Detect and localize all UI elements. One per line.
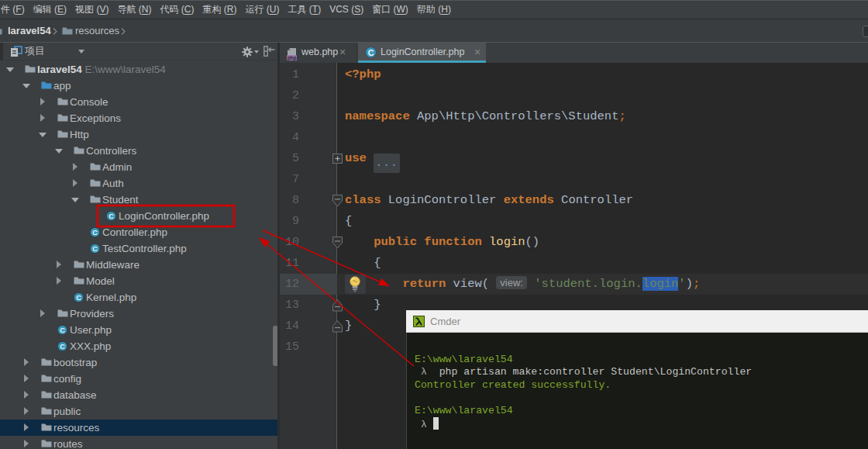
tree-collapsed-arrow-icon[interactable] [40,98,45,105]
cmder-lambda-icon [413,316,425,327]
code-token [367,151,374,165]
menu-item-C[interactable]: 代码 (C) [156,0,198,19]
menu-item-N[interactable]: 导航 (N) [113,0,156,19]
tree-expanded-arrow-icon[interactable] [39,133,46,137]
tree-item-Auth[interactable]: Auth [0,175,277,192]
tree-collapsed-arrow-icon[interactable] [57,261,61,268]
line-number: 9 [280,211,299,232]
hide-panel-icon[interactable] [264,46,275,57]
folder-icon [41,406,52,416]
editor-tab-web.php[interactable]: phpweb.php× [281,43,357,63]
tree-expanded-arrow-icon[interactable] [6,67,14,72]
tree-item-path: E:\www\laravel54 [82,64,166,75]
tree-item-app[interactable]: app [0,78,277,94]
tree-item-LoginController.php[interactable]: CLoginController.php [0,208,277,224]
tree-item-bootstrap[interactable]: bootstrap [0,354,277,371]
code-token: ) [686,277,693,291]
tree-item-label: XXX.php [70,338,111,354]
tree-collapsed-arrow-icon[interactable] [73,179,78,187]
code-token: namespace [345,109,410,123]
menu-item-T[interactable]: 工具 (T) [284,0,326,19]
tree-collapsed-arrow-icon[interactable] [24,391,29,399]
tree-item-Controllers[interactable]: Controllers [0,143,277,159]
tree-item-Controller.php[interactable]: CController.php [0,224,277,240]
tree-collapsed-arrow-icon[interactable] [24,358,29,366]
tree-item-Console[interactable]: Console [0,94,277,110]
tree-collapsed-arrow-icon[interactable] [40,114,45,122]
panel-dropdown-arrow-icon[interactable] [78,50,84,54]
menu-item-V[interactable]: 视图 (V) [71,0,113,19]
tab-close-icon[interactable]: × [339,43,346,61]
code-token [345,235,374,249]
tree-collapsed-arrow-icon[interactable] [40,309,45,317]
editor-tab-LoginController.php[interactable]: CLoginController.php× [358,43,486,63]
tree-item-Student[interactable]: Student [0,192,277,208]
tree-item-XXX.php[interactable]: CXXX.php [0,338,277,354]
folder-icon [57,113,68,123]
cmder-title-bar[interactable]: Cmder [406,310,868,333]
menu-item-U[interactable]: 运行 (U) [241,0,284,19]
tree-item-Providers[interactable]: Providers [0,306,277,322]
code-token: App\Http\Controllers\Student [410,109,619,123]
tree-item-Http[interactable]: Http [0,126,277,143]
breadcrumb-item-laravel54[interactable]: laravel54 [8,19,51,42]
line-number: 10 [280,232,299,253]
menu-item-H[interactable]: 帮助 (H) [412,0,455,19]
menu-item-W[interactable]: 窗口 (W) [368,0,413,19]
code-token: { [345,256,381,270]
terminal-line-3 [415,391,868,404]
tree-item-Exceptions[interactable]: Exceptions [0,110,277,126]
tree-item-laravel54[interactable]: laravel54 E:\www\laravel54 [0,61,277,78]
code-line-9: { [338,211,868,232]
project-tool-window: 项目 laravel54 E:\www\laravel54appConsoleE… [0,43,277,449]
source-folder-icon [41,81,52,90]
tree-item-database[interactable]: database [0,387,277,403]
line-number: 8 [280,190,299,211]
panel-title[interactable]: 项目 [25,43,45,60]
line-number: 12 [280,274,299,295]
gear-icon[interactable] [242,47,253,57]
tree-item-TestController.php[interactable]: CTestController.php [0,240,277,257]
tab-close-icon[interactable]: × [474,43,480,61]
tree-collapsed-arrow-icon[interactable] [24,423,29,431]
svg-text:C: C [108,212,114,220]
tree-item-label: LoginController.php [119,208,209,224]
tree-item-Middleware[interactable]: Middleware [0,257,277,273]
tree-item-resources[interactable]: resources [0,420,277,436]
tree-item-config[interactable]: config [0,371,277,387]
menu-item-R[interactable]: 重构 (R) [198,0,241,19]
tree-item-Model[interactable]: Model [0,273,277,289]
menu-item-F[interactable]: 件 (F) [0,0,29,19]
menu-item-S[interactable]: VCS (S) [326,0,368,19]
toolbar-button-partial[interactable] [863,26,868,37]
tree-item-Kernel.php[interactable]: CKernel.php [0,289,277,306]
tree-expanded-arrow-icon[interactable] [71,198,79,202]
tree-collapsed-arrow-icon[interactable] [73,163,78,171]
code-token: ; [618,109,625,123]
cmder-terminal[interactable]: E:\www\laravel54 λ php artisan make:cont… [406,333,868,449]
code-token: { [345,214,352,228]
code-line-10: public function login() [338,232,868,253]
tree-expanded-arrow-icon[interactable] [22,84,30,88]
svg-text:C: C [60,326,65,334]
tree-collapsed-arrow-icon[interactable] [24,440,29,447]
code-line-7 [338,169,868,190]
menu-item-E[interactable]: 编辑 (E) [29,0,71,19]
terminal-cursor [433,417,439,430]
gear-dropdown-arrow-icon[interactable] [254,50,259,54]
folder-icon [57,97,68,106]
tree-collapsed-arrow-icon[interactable] [24,407,29,415]
tree-collapsed-arrow-icon[interactable] [24,375,29,382]
code-token: public function [374,235,489,249]
tree-expanded-arrow-icon[interactable] [55,149,63,154]
folder-icon [74,146,84,155]
tree-item-routes[interactable]: routes [0,436,277,449]
tree-item-label: config [53,371,81,387]
tree-item-public[interactable]: public [0,403,277,420]
code-line-5: use ... [338,148,868,169]
breadcrumb-item-resources[interactable]: resources [75,19,119,42]
tree-collapsed-arrow-icon[interactable] [57,277,61,285]
tree-item-Admin[interactable]: Admin [0,159,277,175]
terminal-text: λ [415,419,433,430]
tree-item-User.php[interactable]: CUser.php [0,322,277,338]
